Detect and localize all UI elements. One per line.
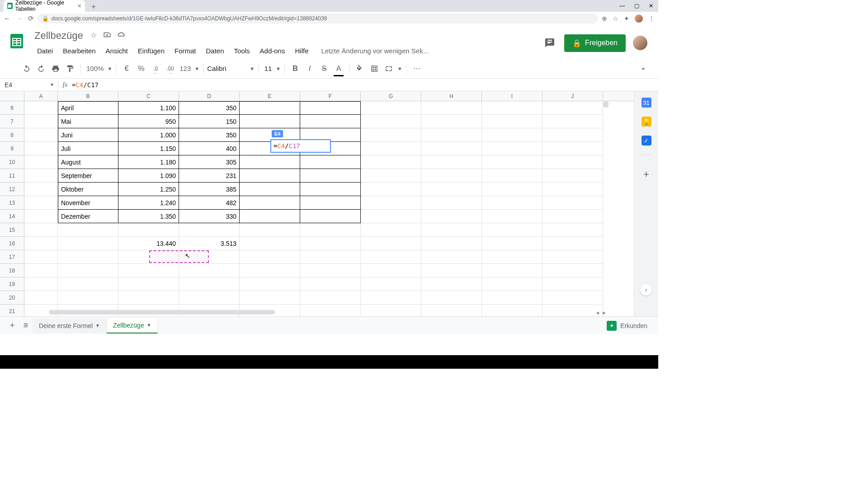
cell[interactable] bbox=[542, 128, 603, 142]
cell[interactable] bbox=[361, 210, 421, 223]
cell[interactable] bbox=[240, 223, 300, 237]
cell[interactable] bbox=[542, 291, 603, 305]
cell[interactable] bbox=[361, 237, 421, 250]
row-header[interactable]: 17 bbox=[0, 250, 24, 264]
merge-cells-button[interactable] bbox=[382, 62, 396, 75]
browser-avatar[interactable] bbox=[635, 14, 643, 23]
cell[interactable] bbox=[300, 277, 361, 291]
cell[interactable] bbox=[542, 142, 603, 155]
cell[interactable] bbox=[240, 183, 300, 196]
strikethrough-button[interactable]: S bbox=[317, 62, 331, 75]
last-edit-text[interactable]: Letzte Änderung vor wenigen Sek... bbox=[316, 45, 433, 56]
share-button[interactable]: 🔒 Freigeben bbox=[564, 34, 626, 52]
all-sheets-button[interactable]: ≡ bbox=[19, 319, 33, 333]
cell[interactable] bbox=[421, 155, 482, 169]
cell[interactable] bbox=[300, 210, 361, 223]
tab-close-icon[interactable]: × bbox=[78, 2, 81, 9]
address-bar[interactable]: 🔒 docs.google.com/spreadsheets/d/1GE-twI… bbox=[38, 14, 598, 23]
font-size-select[interactable]: 11 bbox=[262, 65, 274, 72]
cell[interactable]: 330 bbox=[179, 210, 240, 223]
zoom-select[interactable]: 100% bbox=[85, 65, 105, 72]
row-header[interactable]: 8 bbox=[0, 128, 24, 142]
keep-icon[interactable]: 💡 bbox=[642, 117, 651, 127]
cell[interactable] bbox=[300, 237, 361, 250]
cell[interactable] bbox=[24, 277, 58, 291]
cell[interactable] bbox=[482, 142, 542, 155]
cell[interactable] bbox=[300, 169, 361, 183]
cell[interactable] bbox=[24, 223, 58, 237]
cell[interactable] bbox=[482, 196, 542, 210]
row-header[interactable]: 9 bbox=[0, 142, 24, 155]
cell[interactable] bbox=[421, 223, 482, 237]
cell[interactable] bbox=[24, 250, 58, 264]
cell[interactable] bbox=[118, 223, 179, 237]
cell[interactable]: 1.240 bbox=[118, 196, 179, 210]
italic-button[interactable]: I bbox=[303, 62, 316, 75]
cell[interactable] bbox=[361, 128, 421, 142]
cell[interactable]: 13.440 bbox=[118, 237, 179, 250]
text-color-button[interactable]: A bbox=[332, 62, 345, 75]
cell[interactable]: April bbox=[58, 101, 118, 115]
cell[interactable] bbox=[179, 291, 240, 305]
print-button[interactable] bbox=[49, 62, 62, 75]
cell[interactable] bbox=[421, 169, 482, 183]
horizontal-scrollbar[interactable] bbox=[49, 310, 275, 314]
cell[interactable] bbox=[240, 237, 300, 250]
cell[interactable] bbox=[58, 250, 118, 264]
row-header[interactable]: 7 bbox=[0, 115, 24, 128]
cell[interactable] bbox=[361, 250, 421, 264]
cell[interactable] bbox=[24, 183, 58, 196]
cell[interactable] bbox=[361, 223, 421, 237]
reload-button[interactable]: ⟳ bbox=[28, 14, 34, 23]
cell[interactable] bbox=[482, 210, 542, 223]
cell[interactable] bbox=[482, 183, 542, 196]
cell[interactable] bbox=[482, 115, 542, 128]
row-header[interactable]: 15 bbox=[0, 223, 24, 237]
undo-button[interactable] bbox=[20, 62, 33, 75]
cell[interactable] bbox=[300, 264, 361, 277]
formula-input[interactable]: =C4/C17 bbox=[72, 81, 658, 89]
extensions-icon[interactable]: ✦ bbox=[624, 15, 629, 22]
explore-button[interactable]: ✦ Erkunden bbox=[601, 318, 653, 333]
increase-decimal-button[interactable]: .00→ bbox=[163, 62, 177, 75]
col-header[interactable]: A bbox=[24, 91, 58, 101]
cell[interactable]: 385 bbox=[179, 183, 240, 196]
select-all-corner[interactable] bbox=[0, 91, 24, 101]
cell[interactable] bbox=[482, 250, 542, 264]
cell[interactable] bbox=[542, 237, 603, 250]
cell[interactable]: 1.250 bbox=[118, 183, 179, 196]
col-header[interactable]: J bbox=[542, 91, 603, 101]
cell[interactable] bbox=[179, 264, 240, 277]
cell[interactable] bbox=[240, 210, 300, 223]
star-icon[interactable]: ☆ bbox=[90, 31, 97, 41]
cell[interactable] bbox=[361, 196, 421, 210]
col-header[interactable]: F bbox=[300, 91, 361, 101]
cell[interactable]: 305 bbox=[179, 155, 240, 169]
menu-addons[interactable]: Add-ons bbox=[255, 45, 290, 56]
cell[interactable] bbox=[240, 264, 300, 277]
cell[interactable]: 350 bbox=[179, 128, 240, 142]
collapse-toolbar-button[interactable] bbox=[637, 62, 650, 75]
tasks-icon[interactable]: ✓ bbox=[642, 136, 651, 145]
cell[interactable]: Oktober bbox=[58, 183, 118, 196]
cell[interactable] bbox=[24, 115, 58, 128]
cell[interactable] bbox=[421, 183, 482, 196]
document-title[interactable]: Zellbezüge bbox=[33, 29, 85, 42]
cell[interactable] bbox=[58, 223, 118, 237]
percent-button[interactable]: % bbox=[134, 62, 148, 75]
cell[interactable] bbox=[361, 264, 421, 277]
cell[interactable] bbox=[421, 237, 482, 250]
cell[interactable]: 400 bbox=[179, 142, 240, 155]
cell[interactable]: 350 bbox=[179, 101, 240, 115]
paint-format-button[interactable] bbox=[63, 62, 77, 75]
forward-button[interactable]: → bbox=[16, 14, 23, 22]
cell[interactable] bbox=[421, 277, 482, 291]
cell[interactable]: 1.090 bbox=[118, 169, 179, 183]
fill-color-button[interactable] bbox=[353, 62, 367, 75]
cell[interactable] bbox=[421, 196, 482, 210]
cell[interactable] bbox=[300, 291, 361, 305]
cell[interactable] bbox=[482, 101, 542, 115]
menu-insert[interactable]: Einfügen bbox=[133, 45, 169, 56]
cell[interactable] bbox=[300, 250, 361, 264]
name-box[interactable]: E4▼ bbox=[0, 81, 58, 89]
